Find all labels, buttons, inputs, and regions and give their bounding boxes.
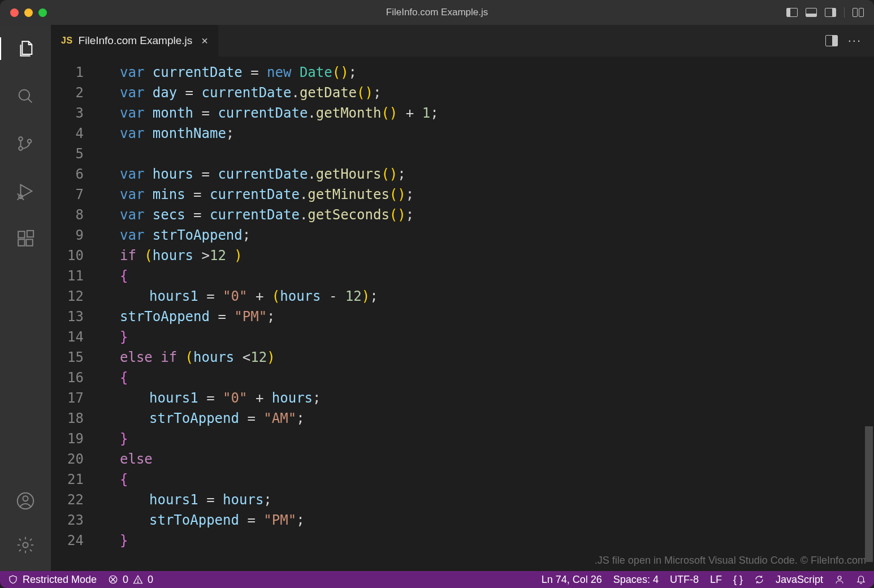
accounts-icon[interactable]	[0, 485, 51, 517]
status-bar: Restricted Mode 0 0 Ln 74, Col 26 Spaces…	[0, 571, 874, 588]
code-line[interactable]: var secs = currentDate.getSeconds();	[120, 205, 874, 225]
explorer-icon[interactable]	[0, 33, 51, 64]
line-number: 16	[51, 368, 101, 388]
vertical-scrollbar[interactable]	[864, 57, 874, 571]
ports-sync-icon[interactable]	[754, 574, 764, 585]
code-line[interactable]: hours1 = "0" + hours;	[120, 388, 874, 408]
language-mode-button[interactable]: JavaScript	[776, 574, 823, 586]
code-line[interactable]: hours1 = "0" + (hours - 12);	[120, 286, 874, 306]
code-line[interactable]	[120, 144, 874, 164]
code-line[interactable]: var strToAppend;	[120, 225, 874, 245]
svg-point-15	[23, 496, 28, 501]
code-line[interactable]: hours1 = hours;	[120, 490, 874, 510]
code-line[interactable]: var month = currentDate.getMonth() + 1;	[120, 103, 874, 123]
code-line[interactable]: }	[120, 429, 874, 449]
js-file-icon: JS	[61, 36, 73, 46]
line-number: 9	[51, 225, 101, 245]
line-number: 12	[51, 286, 101, 306]
code-line[interactable]: var hours = currentDate.getHours();	[120, 164, 874, 184]
svg-line-9	[22, 198, 24, 200]
code-line[interactable]: var day = currentDate.getDate();	[120, 83, 874, 103]
bracket-button[interactable]: { }	[733, 574, 743, 586]
code-line[interactable]: strToAppend = "PM";	[120, 510, 874, 530]
feedback-icon[interactable]	[834, 574, 845, 585]
more-actions-icon[interactable]: ···	[848, 33, 862, 48]
error-count: 0	[123, 574, 128, 586]
line-number: 3	[51, 103, 101, 123]
code-line[interactable]: }	[120, 530, 874, 551]
line-number: 4	[51, 123, 101, 144]
code-line[interactable]: {	[120, 266, 874, 286]
window-title: FileInfo.com Example.js	[386, 7, 488, 18]
svg-point-22	[838, 576, 841, 580]
svg-point-3	[19, 146, 23, 150]
split-editor-icon[interactable]	[825, 35, 838, 46]
settings-gear-icon[interactable]	[0, 529, 51, 561]
code-line[interactable]: var monthName;	[120, 123, 874, 144]
minimize-window-button[interactable]	[24, 8, 33, 17]
svg-line-8	[18, 198, 19, 200]
notifications-bell-icon[interactable]	[856, 574, 866, 585]
code-line[interactable]: }	[120, 327, 874, 347]
toggle-panel-icon[interactable]	[806, 8, 817, 17]
customize-layout-icon[interactable]	[853, 8, 864, 17]
line-number: 11	[51, 266, 101, 286]
line-number: 20	[51, 449, 101, 469]
code-line[interactable]: else if (hours <12)	[120, 347, 874, 368]
svg-line-7	[18, 193, 19, 195]
tab-filename: FileInfo.com Example.js	[79, 34, 193, 47]
scrollbar-thumb[interactable]	[865, 426, 873, 562]
line-number: 21	[51, 469, 101, 490]
svg-rect-11	[18, 239, 24, 245]
code-line[interactable]: var currentDate = new Date();	[120, 62, 874, 83]
line-number: 18	[51, 408, 101, 429]
code-line[interactable]: strToAppend = "PM";	[120, 306, 874, 327]
line-number: 8	[51, 205, 101, 225]
restricted-mode-label: Restricted Mode	[23, 574, 97, 586]
separator	[844, 7, 845, 18]
cursor-position[interactable]: Ln 74, Col 26	[542, 574, 602, 586]
close-tab-icon[interactable]: ×	[201, 34, 208, 47]
line-number: 7	[51, 184, 101, 205]
code-line[interactable]: var mins = currentDate.getMinutes();	[120, 184, 874, 205]
encoding-button[interactable]: UTF-8	[670, 574, 699, 586]
line-number: 22	[51, 490, 101, 510]
code-line[interactable]: strToAppend = "AM";	[120, 408, 874, 429]
source-control-icon[interactable]	[0, 128, 51, 159]
line-number-gutter: 123456789101112131415161718192021222324	[51, 57, 101, 571]
code-editor[interactable]: 123456789101112131415161718192021222324 …	[51, 57, 874, 571]
line-number: 10	[51, 245, 101, 266]
editor-area: JS FileInfo.com Example.js × ··· 1234567…	[51, 25, 874, 571]
editor-tab[interactable]: JS FileInfo.com Example.js ×	[51, 25, 219, 57]
line-number: 17	[51, 388, 101, 408]
line-number: 19	[51, 429, 101, 449]
code-line[interactable]: {	[120, 368, 874, 388]
line-number: 24	[51, 530, 101, 551]
tabs-row: JS FileInfo.com Example.js × ···	[51, 25, 874, 57]
indentation-button[interactable]: Spaces: 4	[613, 574, 659, 586]
toggle-primary-sidebar-icon[interactable]	[786, 8, 798, 17]
search-icon[interactable]	[0, 80, 51, 112]
code-line[interactable]: if (hours >12 )	[120, 245, 874, 266]
extensions-icon[interactable]	[0, 223, 51, 254]
svg-rect-12	[26, 239, 32, 245]
code-line[interactable]: {	[120, 469, 874, 490]
line-number: 1	[51, 62, 101, 83]
line-number: 6	[51, 164, 101, 184]
svg-point-16	[23, 542, 28, 547]
svg-rect-10	[18, 231, 24, 237]
svg-rect-13	[27, 231, 33, 237]
eol-button[interactable]: LF	[710, 574, 722, 586]
problems-button[interactable]: 0 0	[108, 574, 153, 586]
svg-line-1	[28, 98, 32, 102]
line-number: 2	[51, 83, 101, 103]
code-content[interactable]: var currentDate = new Date();var day = c…	[101, 57, 874, 571]
toggle-secondary-sidebar-icon[interactable]	[825, 8, 836, 17]
close-window-button[interactable]	[10, 8, 19, 17]
run-debug-icon[interactable]	[0, 175, 51, 207]
maximize-window-button[interactable]	[38, 8, 47, 17]
code-line[interactable]: else	[120, 449, 874, 469]
line-number: 5	[51, 144, 101, 164]
line-number: 14	[51, 327, 101, 347]
restricted-mode-button[interactable]: Restricted Mode	[8, 574, 97, 586]
